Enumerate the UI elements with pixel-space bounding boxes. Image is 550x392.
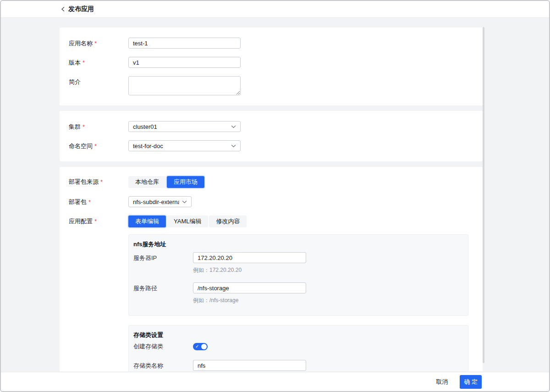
form-scroll-area: 应用名称* 版本* 简介 集群* cluster01 — [1, 19, 549, 371]
server-ip-control: 例如：172.20.20.20 — [193, 252, 306, 274]
intro-textarea[interactable] — [128, 76, 241, 95]
required-asterisk: * — [94, 40, 97, 47]
nfs-panel-title: nfs服务地址 — [133, 240, 463, 248]
titlebar: 发布应用 — [1, 1, 549, 18]
chevron-down-icon — [231, 144, 236, 148]
chevron-left-icon — [61, 6, 65, 12]
version-input[interactable] — [128, 57, 241, 68]
namespace-label: 命名空间* — [69, 140, 128, 150]
label-text: 命名空间 — [69, 143, 93, 149]
server-ip-label: 服务器IP — [133, 252, 193, 262]
form-row-server-path: 服务路径 例如：/nfs-storage — [133, 282, 463, 304]
form-row-server-ip: 服务器IP 例如：172.20.20.20 — [133, 252, 463, 274]
required-asterisk: * — [88, 199, 91, 205]
config-label: 应用配置* — [69, 215, 128, 226]
source-label: 部署包来源* — [69, 176, 128, 186]
chevron-down-icon — [231, 125, 236, 128]
card-target: 集群* cluster01 命名空间* test-for-doc — [60, 111, 483, 161]
publish-app-window: 发布应用 应用名称* 版本* 简介 集群* cluster01 — [0, 0, 550, 392]
package-select-value: nfs-subdir-external-... — [133, 199, 179, 205]
storageclass-name-control — [193, 360, 306, 371]
panel-nfs-address: nfs服务地址 服务器IP 例如：172.20.20.20 服务路径 例如：/n… — [128, 234, 468, 316]
footer-actions: 取消 确 定 — [1, 372, 549, 391]
cluster-select-value: cluster01 — [133, 123, 157, 130]
config-tabs: 表单编辑 YAML编辑 修改内容 — [128, 215, 247, 227]
package-label: 部署包* — [69, 196, 128, 206]
package-select[interactable]: nfs-subdir-external-... — [128, 196, 192, 207]
server-path-label: 服务路径 — [133, 282, 193, 293]
required-asterisk: * — [100, 178, 103, 185]
server-ip-hint: 例如：172.20.20.20 — [193, 266, 306, 274]
required-asterisk: * — [82, 59, 85, 66]
required-asterisk: * — [94, 143, 97, 149]
label-text: 应用配置 — [69, 218, 93, 225]
tab-yaml-edit[interactable]: YAML编辑 — [167, 215, 208, 227]
server-path-control: 例如：/nfs-storage — [193, 282, 306, 304]
page-title: 发布应用 — [68, 5, 94, 13]
source-option-app-market[interactable]: 应用市场 — [167, 176, 204, 188]
storage-panel-title: 存储类设置 — [133, 331, 463, 339]
cancel-button[interactable]: 取消 — [436, 378, 448, 386]
label-text: 应用名称 — [69, 40, 93, 47]
back-button[interactable] — [61, 6, 65, 12]
label-text: 版本 — [69, 59, 81, 66]
form-row-namespace: 命名空间* test-for-doc — [60, 140, 483, 151]
confirm-button[interactable]: 确 定 — [460, 375, 482, 389]
tab-form-edit[interactable]: 表单编辑 — [128, 215, 166, 227]
create-storageclass-label: 创建存储类 — [133, 342, 193, 351]
required-asterisk: * — [82, 123, 85, 130]
chevron-down-icon — [182, 200, 187, 204]
card-deploy: 部署包来源* 本地仓库 应用市场 部署包* nfs-subdir-externa… — [60, 167, 483, 371]
storageclass-name-label: 存储类名称 — [133, 360, 193, 370]
server-ip-input[interactable] — [193, 252, 306, 263]
server-path-input[interactable] — [193, 282, 306, 293]
card-basic-info: 应用名称* 版本* 简介 — [60, 28, 483, 105]
source-option-local-repo[interactable]: 本地仓库 — [128, 176, 166, 188]
label-text: 部署包来源 — [69, 178, 99, 185]
intro-label: 简介 — [69, 76, 128, 86]
form-row-create-storageclass: 创建存储类 ✓ — [133, 342, 463, 351]
label-text: 简介 — [69, 78, 81, 85]
vertical-scrollbar[interactable] — [483, 27, 484, 363]
server-path-hint: 例如：/nfs-storage — [193, 297, 306, 304]
form-row-app-name: 应用名称* — [60, 38, 483, 49]
namespace-select[interactable]: test-for-doc — [128, 140, 241, 151]
form-row-cluster: 集群* cluster01 — [60, 121, 483, 132]
app-name-input[interactable] — [128, 38, 241, 49]
form-row-version: 版本* — [60, 57, 483, 68]
storageclass-name-input[interactable] — [193, 360, 306, 371]
tab-modify-content[interactable]: 修改内容 — [209, 215, 247, 227]
form-row-source: 部署包来源* 本地仓库 应用市场 — [60, 176, 483, 188]
label-text: 部署包 — [69, 199, 87, 205]
required-asterisk: * — [94, 218, 97, 225]
source-segmented-control: 本地仓库 应用市场 — [128, 176, 204, 188]
panel-storage-class: 存储类设置 创建存储类 ✓ 存储类名称 pv回收策略 — [128, 325, 468, 371]
toggle-knob — [201, 344, 207, 349]
check-icon: ✓ — [195, 343, 199, 350]
label-text: 集群 — [69, 123, 81, 130]
app-name-label: 应用名称* — [69, 38, 128, 48]
form-row-storageclass-name: 存储类名称 — [133, 360, 463, 371]
create-storageclass-toggle[interactable]: ✓ — [193, 343, 208, 350]
form-row-intro: 简介 — [60, 76, 483, 95]
form-row-package: 部署包* nfs-subdir-external-... — [60, 196, 483, 207]
cluster-label: 集群* — [69, 121, 128, 131]
version-label: 版本* — [69, 57, 128, 67]
form-row-config: 应用配置* 表单编辑 YAML编辑 修改内容 — [60, 215, 483, 227]
namespace-select-value: test-for-doc — [133, 143, 163, 149]
cluster-select[interactable]: cluster01 — [128, 121, 241, 132]
